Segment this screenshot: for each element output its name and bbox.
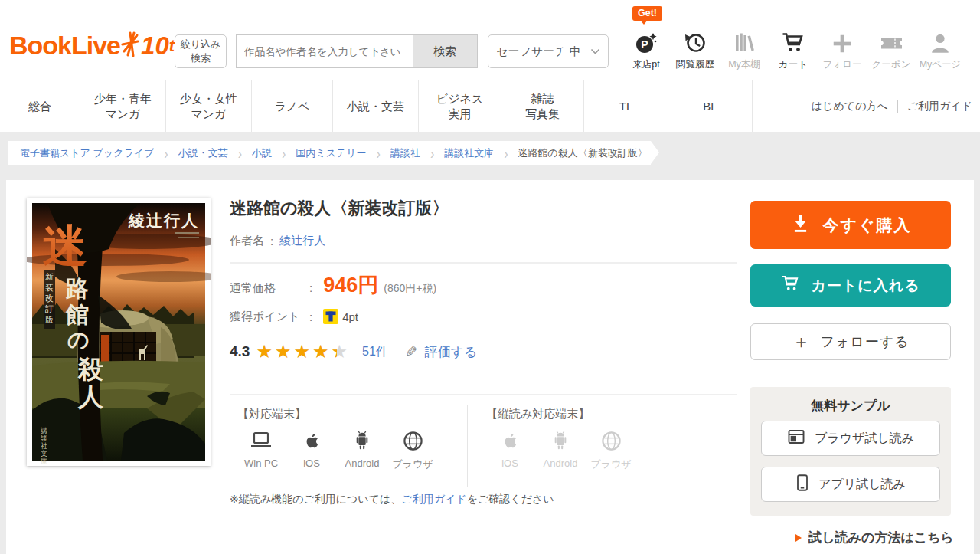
points-value: 4pt <box>342 310 358 323</box>
nav-item-bl[interactable]: BL <box>668 80 753 132</box>
vertical-device-ios: iOS <box>485 427 535 471</box>
nav-item-general[interactable]: 総合 <box>0 80 80 132</box>
device-browser: ブラウザ <box>387 427 438 471</box>
browser-window-icon <box>787 428 805 448</box>
browser-sample-button[interactable]: ブラウザ試し読み <box>761 421 940 456</box>
vertical-devices-list: iOS Android <box>485 427 636 471</box>
add-to-cart-button[interactable]: カートに入れる <box>750 264 951 307</box>
svg-text:庫: 庫 <box>41 457 47 465</box>
svg-text:談: 談 <box>41 434 47 442</box>
svg-text:訂: 訂 <box>45 304 54 314</box>
devices-heading: 【対応端末】 <box>237 407 306 421</box>
follow-menu-button[interactable]: フォロー <box>818 29 867 71</box>
history-clock-icon <box>683 29 708 55</box>
rate-link[interactable]: 評価する <box>425 343 478 361</box>
svg-text:改: 改 <box>45 293 54 303</box>
coupon-button[interactable]: クーポン <box>867 29 916 71</box>
apple-icon <box>498 427 521 453</box>
search-input[interactable] <box>237 35 413 67</box>
free-sample-heading: 無料サンプル <box>750 397 951 415</box>
nav-item-tl[interactable]: TL <box>584 80 668 132</box>
vertical-devices-heading: 【縦読み対応端末】 <box>486 407 590 421</box>
nav-item-magazine[interactable]: 雑誌写真集 <box>501 80 584 132</box>
star-rating-fill: ★★★★★ <box>256 343 336 361</box>
guide-link[interactable]: ご利用ガイド <box>907 100 972 113</box>
logo-text: BookLive <box>9 31 120 61</box>
logo-anniversary-number: 10 <box>141 31 169 61</box>
booklive-product-page: BookLive 10 th 絞り込み 検索 検索 <box>0 0 980 554</box>
get-badge: Get! <box>632 6 662 21</box>
free-sample-box: 無料サンプル ブラウザ試し読み アプ <box>750 387 951 516</box>
svg-text:人: 人 <box>77 382 104 411</box>
breadcrumb-label[interactable]: 講談社文庫 <box>444 146 494 160</box>
laptop-icon <box>248 427 274 453</box>
price-value: 946円 <box>323 275 378 296</box>
device-winpc: Win PC <box>236 427 286 471</box>
nav-item-novel[interactable]: 小説・文芸 <box>333 80 419 132</box>
svg-text:の: の <box>67 327 90 352</box>
sample-howto-link[interactable]: 試し読みの方法はこちら <box>795 529 954 546</box>
product-detail-card: 迷 路 館 の 殺 人 新装 改訂 版 綾辻行人 <box>6 180 974 554</box>
guide-link[interactable]: ご利用ガイド <box>401 493 466 505</box>
globe-icon <box>599 427 623 453</box>
my-page-button[interactable]: Myページ <box>916 29 965 71</box>
divider <box>230 262 737 264</box>
nav-item-business[interactable]: ビジネス実用 <box>419 80 501 132</box>
breadcrumb-novel-category[interactable]: 小説・文芸 <box>178 146 228 160</box>
cart-button[interactable]: カート <box>769 29 818 71</box>
svg-text:講: 講 <box>41 427 47 434</box>
author-link[interactable]: 綾辻行人 <box>279 234 325 248</box>
breadcrumb-home[interactable]: 電子書籍ストア ブックライブ <box>20 146 154 160</box>
app-sample-button[interactable]: アプリ試し読み <box>761 467 940 502</box>
nav-item-girls-manga[interactable]: 少女・女性マンガ <box>166 80 252 132</box>
search-button[interactable]: 検索 <box>413 35 477 67</box>
globe-icon <box>401 427 425 453</box>
filter-search-button[interactable]: 絞り込み 検索 <box>175 34 227 68</box>
breadcrumb-publisher[interactable]: 講談社 <box>390 146 420 160</box>
svg-text:版: 版 <box>45 315 54 325</box>
review-count-link[interactable]: 51件 <box>362 344 388 360</box>
filter-search-line1: 絞り込み <box>181 38 221 51</box>
rating-row: 4.3 ★★★★★ ★★★★★ 51件 ✎ 評価する <box>230 343 478 361</box>
nav-help-links: はじめての方へ ご利用ガイド <box>812 80 972 132</box>
my-bookshelf-label: My本棚 <box>728 58 760 71</box>
svg-text:P: P <box>641 38 648 51</box>
safe-search-dropdown[interactable]: セーフサーチ 中 <box>488 34 609 68</box>
breadcrumb-current: 迷路館の殺人〈新装改訂版〉 <box>518 146 648 160</box>
follow-button[interactable]: ＋ フォローする <box>750 323 951 360</box>
coupon-label: クーポン <box>872 58 911 71</box>
pencil-icon: ✎ <box>405 343 417 361</box>
author-row: 作者名 : 綾辻行人 <box>230 234 325 248</box>
nav-item-lightnovel[interactable]: ラノベ <box>252 80 333 132</box>
android-icon <box>351 427 374 453</box>
star-rating: ★★★★★ ★★★★★ <box>256 343 350 361</box>
person-icon <box>929 29 952 55</box>
apple-icon <box>300 427 323 453</box>
vertical-device-browser: ブラウザ <box>586 427 636 471</box>
plus-icon <box>831 29 854 55</box>
plus-icon: ＋ <box>792 333 811 351</box>
breadcrumb-mystery[interactable]: 国内ミステリー <box>296 146 366 160</box>
cart-label: カート <box>779 58 808 71</box>
my-bookshelf-button[interactable]: My本棚 <box>720 29 769 71</box>
buy-now-button[interactable]: 今すぐ購入 <box>750 201 951 249</box>
device-ios: iOS <box>286 427 337 471</box>
points-row: 獲得ポイント : 4pt <box>230 309 358 324</box>
history-button[interactable]: 閲覧履歴 <box>671 29 720 71</box>
book-cover-image[interactable]: 迷 路 館 の 殺 人 新装 改訂 版 綾辻行人 <box>27 198 211 466</box>
history-label: 閲覧履歴 <box>676 58 714 71</box>
filter-search-line2: 検索 <box>191 51 211 65</box>
booklive-logo[interactable]: BookLive 10 th <box>9 31 185 61</box>
svg-text:社: 社 <box>41 442 47 450</box>
svg-text:新: 新 <box>45 272 54 282</box>
beginner-link[interactable]: はじめての方へ <box>812 100 888 113</box>
nav-item-boys-manga[interactable]: 少年・青年マンガ <box>80 80 166 132</box>
logo-burst-icon <box>121 31 139 61</box>
breadcrumb-separator: › <box>430 144 434 162</box>
product-title: 迷路館の殺人〈新装改訂版〉 <box>230 197 449 220</box>
my-page-label: Myページ <box>920 58 962 71</box>
visit-point-button[interactable]: P 来店pt <box>622 29 671 71</box>
breadcrumb-novel[interactable]: 小説 <box>252 146 272 160</box>
vertical-device-android: Android <box>535 427 586 471</box>
breadcrumb-separator: › <box>238 144 242 162</box>
